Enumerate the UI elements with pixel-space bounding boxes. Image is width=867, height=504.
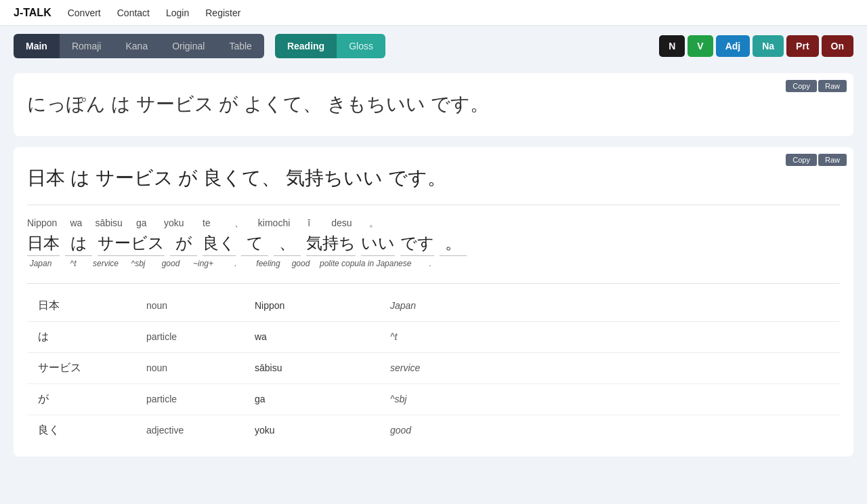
word-kanji: 良く: [27, 415, 135, 446]
kanji-word: 、: [274, 232, 301, 256]
word-pos: noun: [135, 291, 244, 322]
kanji-gloss-section: Copy Raw 日本 は サービス が 良くて、 気持ちいい です。 Nipp…: [14, 147, 853, 457]
romaji-word: yoku: [161, 217, 188, 228]
romaji-word: sābisu: [95, 217, 122, 228]
word-kanji: が: [27, 383, 135, 415]
kanji-word: 。: [440, 232, 467, 256]
nav-login[interactable]: Login: [166, 7, 189, 18]
word-romaji: yoku: [244, 415, 379, 446]
copy-raw-group-2: Copy Raw: [786, 154, 847, 166]
word-pos: particle: [135, 383, 244, 415]
romaji-word: Nippon: [27, 217, 57, 228]
romaji-word: te: [193, 217, 220, 228]
tab-romaji[interactable]: Romaji: [60, 34, 114, 58]
word-romaji: wa: [244, 321, 379, 352]
gloss-word: good: [157, 259, 184, 268]
word-pos: noun: [135, 352, 244, 383]
kanji-word: 気持ち: [306, 232, 356, 256]
kanji-word: が: [170, 232, 197, 256]
reading-tab-group: Reading Gloss: [275, 34, 385, 58]
copy-button-1[interactable]: Copy: [786, 80, 817, 92]
tab-reading[interactable]: Reading: [275, 34, 337, 58]
word-table: 日本 noun Nippon Japan は particle wa ^t サー…: [27, 291, 840, 446]
table-row: 日本 noun Nippon Japan: [27, 291, 840, 322]
pos-verb[interactable]: V: [688, 35, 713, 57]
word-gloss: good: [379, 415, 840, 446]
tab-gloss[interactable]: Gloss: [337, 34, 385, 58]
gloss-word: .: [417, 259, 444, 268]
romaji-word: wa: [62, 217, 89, 228]
gloss-word: ^sbj: [125, 259, 152, 268]
word-kanji: サービス: [27, 352, 135, 383]
kanji-word: は: [65, 232, 92, 256]
kanji-row: 日本はサービスが良くて、気持ちいいです。: [27, 232, 840, 256]
main-content: Copy Raw にっぽん は サービス が よくて、 きもちいい です。 Co…: [0, 66, 867, 481]
gloss-row: Japan^tservice^sbjgood~ing+.feelinggoodp…: [27, 259, 840, 268]
tab-table[interactable]: Table: [217, 34, 263, 58]
pos-prt[interactable]: Prt: [786, 35, 818, 57]
tab-original[interactable]: Original: [160, 34, 217, 58]
word-romaji: sābisu: [244, 352, 379, 383]
word-gloss: ^t: [379, 321, 840, 352]
word-gloss: service: [379, 352, 840, 383]
nav-contact[interactable]: Contact: [117, 7, 150, 18]
gloss-word: ^t: [60, 259, 87, 268]
romaji-word: kimochi: [258, 217, 290, 228]
romaji-word: ī: [295, 217, 322, 228]
word-pos: adjective: [135, 415, 244, 446]
main-tab-group: Main Romaji Kana Original Table: [14, 34, 264, 58]
kanji-line: 日本 は サービス が 良くて、 気持ちいい です。: [27, 158, 840, 199]
navbar: J-TALK Convert Contact Login Register: [0, 0, 867, 26]
gloss-word: service: [92, 259, 119, 268]
nav-convert[interactable]: Convert: [68, 7, 101, 18]
kana-line: にっぽん は サービス が よくて、 きもちいい です。: [27, 84, 840, 125]
kanji-word: て: [241, 232, 268, 256]
pos-na[interactable]: Na: [753, 35, 784, 57]
romaji-word: 、: [226, 217, 253, 230]
tab-main[interactable]: Main: [14, 34, 60, 58]
romaji-row: Nipponwasābisugayokute、kimochiīdesu。: [27, 217, 840, 230]
gloss-section: Nipponwasābisugayokute、kimochiīdesu。 日本は…: [27, 211, 840, 278]
on-toggle[interactable]: On: [822, 35, 853, 57]
romaji-word: 。: [360, 217, 387, 230]
word-kanji: は: [27, 321, 135, 352]
table-row: サービス noun sābisu service: [27, 352, 840, 383]
gloss-word: good: [287, 259, 314, 268]
table-row: が particle ga ^sbj: [27, 383, 840, 415]
romaji-word: ga: [128, 217, 155, 228]
copy-raw-group-1: Copy Raw: [786, 80, 847, 92]
nav-register[interactable]: Register: [205, 7, 240, 18]
gloss-word: feeling: [255, 259, 282, 268]
romaji-word: desu: [328, 217, 355, 228]
copy-button-2[interactable]: Copy: [786, 154, 817, 166]
raw-button-2[interactable]: Raw: [818, 154, 847, 166]
word-gloss: ^sbj: [379, 383, 840, 415]
toolbar: Main Romaji Kana Original Table Reading …: [0, 26, 867, 66]
tab-kana[interactable]: Kana: [113, 34, 160, 58]
pos-group: N V Adj Na Prt On: [659, 35, 853, 57]
pos-adj[interactable]: Adj: [716, 35, 750, 57]
kanji-word: サービス: [98, 232, 165, 256]
word-romaji: ga: [244, 383, 379, 415]
table-row: は particle wa ^t: [27, 321, 840, 352]
word-pos: particle: [135, 321, 244, 352]
word-kanji: 日本: [27, 291, 135, 322]
gloss-word: polite copula in Japanese: [320, 259, 411, 268]
kanji-word: いい: [361, 232, 395, 256]
kanji-word: です: [400, 232, 434, 256]
gloss-word: .: [222, 259, 249, 268]
table-row: 良く adjective yoku good: [27, 415, 840, 446]
gloss-word: ~ing+: [190, 259, 217, 268]
gloss-word: Japan: [27, 259, 54, 268]
raw-button-1[interactable]: Raw: [818, 80, 847, 92]
kanji-word: 日本: [27, 232, 60, 256]
word-romaji: Nippon: [244, 291, 379, 322]
kanji-word: 良く: [203, 232, 236, 256]
word-gloss: Japan: [379, 291, 840, 322]
brand-logo: J-TALK: [14, 7, 51, 19]
kana-section: Copy Raw にっぽん は サービス が よくて、 きもちいい です。: [14, 73, 853, 136]
pos-noun[interactable]: N: [659, 35, 685, 57]
